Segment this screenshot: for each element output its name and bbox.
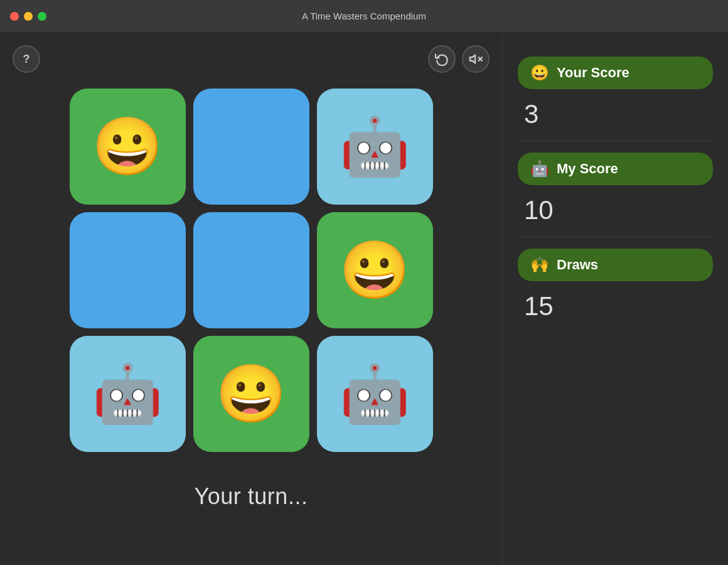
my-score-section: 🤖 My Score 10 <box>518 141 713 237</box>
game-grid: 😀🤖😀🤖😀🤖 <box>70 89 433 452</box>
draws-value: 15 <box>518 291 713 321</box>
draws-bar: 🙌 Draws <box>518 249 713 281</box>
grid-cell-2[interactable]: 🤖 <box>317 89 433 205</box>
my-score-icon: 🤖 <box>530 160 549 178</box>
grid-cell-5[interactable]: 😀 <box>317 212 433 328</box>
grid-cell-6[interactable]: 🤖 <box>70 336 186 452</box>
my-score-value: 10 <box>518 195 713 225</box>
your-score-bar: 😀 Your Score <box>518 56 713 89</box>
turn-indicator: Your turn... <box>195 483 308 510</box>
your-score-icon: 😀 <box>530 64 549 82</box>
your-score-value: 3 <box>518 99 713 129</box>
maximize-button[interactable] <box>38 12 46 21</box>
window-title: A Time Wasters Compendium <box>302 11 426 21</box>
grid-cell-4[interactable] <box>193 212 309 328</box>
draws-section: 🙌 Draws 15 <box>518 237 713 333</box>
undo-button[interactable] <box>428 45 456 73</box>
traffic-lights <box>10 12 46 21</box>
top-right-controls <box>428 45 490 73</box>
your-score-section: 😀 Your Score 3 <box>518 45 713 141</box>
score-panel: 😀 Your Score 3 🤖 My Score 10 🙌 Draws 15 <box>502 33 728 565</box>
grid-cell-0[interactable]: 😀 <box>70 89 186 205</box>
main-content: ? 😀🤖😀🤖😀🤖 Your turn... <box>0 33 728 565</box>
my-score-bar: 🤖 My Score <box>518 153 713 185</box>
minimize-button[interactable] <box>24 12 33 21</box>
draws-icon: 🙌 <box>530 256 549 274</box>
svg-marker-0 <box>470 55 475 63</box>
close-button[interactable] <box>10 12 19 21</box>
grid-cell-3[interactable] <box>70 212 186 328</box>
grid-cell-8[interactable]: 🤖 <box>317 336 433 452</box>
undo-icon <box>435 52 449 66</box>
grid-cell-7[interactable]: 😀 <box>193 336 309 452</box>
game-area: ? 😀🤖😀🤖😀🤖 Your turn... <box>0 33 502 565</box>
help-button[interactable]: ? <box>13 45 40 73</box>
my-score-label: My Score <box>557 161 618 177</box>
grid-cell-1[interactable] <box>193 89 309 205</box>
mute-icon <box>469 52 483 66</box>
mute-button[interactable] <box>462 45 490 73</box>
your-score-label: Your Score <box>557 65 629 81</box>
draws-label: Draws <box>557 257 598 273</box>
title-bar: A Time Wasters Compendium <box>0 0 728 33</box>
